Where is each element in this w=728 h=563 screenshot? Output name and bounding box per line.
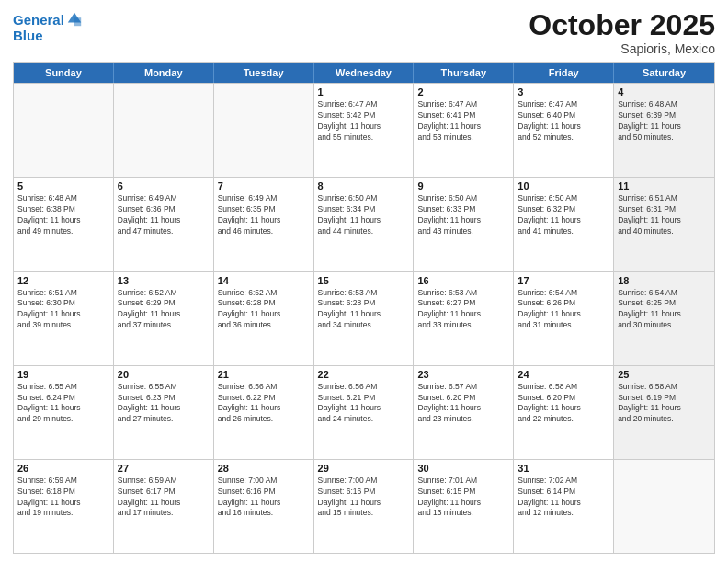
cal-cell: 13Sunrise: 6:52 AM Sunset: 6:29 PM Dayli… — [114, 272, 214, 365]
cal-cell — [14, 84, 114, 177]
cal-week-1: 1Sunrise: 6:47 AM Sunset: 6:42 PM Daylig… — [14, 83, 714, 177]
day-number: 17 — [518, 275, 609, 286]
cal-cell: 17Sunrise: 6:54 AM Sunset: 6:26 PM Dayli… — [514, 272, 614, 365]
day-info: Sunrise: 6:49 AM Sunset: 6:35 PM Dayligh… — [218, 193, 310, 237]
day-info: Sunrise: 6:56 AM Sunset: 6:22 PM Dayligh… — [218, 382, 310, 426]
cal-cell: 14Sunrise: 6:52 AM Sunset: 6:28 PM Dayli… — [214, 272, 314, 365]
cal-cell: 22Sunrise: 6:56 AM Sunset: 6:21 PM Dayli… — [314, 366, 415, 459]
cal-cell: 16Sunrise: 6:53 AM Sunset: 6:27 PM Dayli… — [414, 272, 514, 365]
cal-cell: 11Sunrise: 6:51 AM Sunset: 6:31 PM Dayli… — [614, 178, 714, 270]
day-info: Sunrise: 7:01 AM Sunset: 6:15 PM Dayligh… — [417, 476, 509, 520]
day-info: Sunrise: 6:50 AM Sunset: 6:33 PM Dayligh… — [417, 193, 509, 237]
day-info: Sunrise: 7:00 AM Sunset: 6:16 PM Dayligh… — [218, 476, 310, 520]
cal-cell: 30Sunrise: 7:01 AM Sunset: 6:15 PM Dayli… — [414, 460, 514, 553]
day-number: 27 — [118, 463, 210, 474]
cal-cell: 25Sunrise: 6:58 AM Sunset: 6:19 PM Dayli… — [614, 366, 714, 459]
header: General Blue October 2025 Sapioris, Mexi… — [13, 9, 715, 56]
day-number: 29 — [318, 463, 410, 474]
day-info: Sunrise: 6:47 AM Sunset: 6:41 PM Dayligh… — [417, 99, 509, 144]
day-number: 15 — [318, 275, 410, 286]
day-number: 16 — [417, 275, 509, 286]
cal-cell: 4Sunrise: 6:48 AM Sunset: 6:39 PM Daylig… — [614, 84, 714, 177]
day-number: 11 — [618, 180, 711, 191]
day-info: Sunrise: 6:50 AM Sunset: 6:32 PM Dayligh… — [518, 193, 609, 237]
cal-cell: 6Sunrise: 6:49 AM Sunset: 6:36 PM Daylig… — [114, 178, 214, 270]
cal-cell: 5Sunrise: 6:48 AM Sunset: 6:38 PM Daylig… — [14, 178, 114, 270]
cal-week-2: 5Sunrise: 6:48 AM Sunset: 6:38 PM Daylig… — [14, 177, 714, 270]
day-info: Sunrise: 6:59 AM Sunset: 6:18 PM Dayligh… — [17, 476, 109, 520]
day-number: 8 — [318, 180, 410, 191]
cal-cell: 2Sunrise: 6:47 AM Sunset: 6:41 PM Daylig… — [414, 84, 514, 177]
day-info: Sunrise: 7:02 AM Sunset: 6:14 PM Dayligh… — [518, 476, 609, 520]
main-title: October 2025 — [529, 9, 715, 41]
cal-cell: 9Sunrise: 6:50 AM Sunset: 6:33 PM Daylig… — [414, 178, 514, 270]
day-info: Sunrise: 6:57 AM Sunset: 6:20 PM Dayligh… — [417, 382, 509, 426]
cal-cell: 29Sunrise: 7:00 AM Sunset: 6:16 PM Dayli… — [314, 460, 415, 553]
day-number: 6 — [118, 180, 210, 191]
cal-cell: 3Sunrise: 6:47 AM Sunset: 6:40 PM Daylig… — [514, 84, 614, 177]
day-number: 26 — [17, 463, 109, 474]
cal-cell: 15Sunrise: 6:53 AM Sunset: 6:28 PM Dayli… — [314, 272, 415, 365]
calendar-body: 1Sunrise: 6:47 AM Sunset: 6:42 PM Daylig… — [14, 83, 714, 553]
day-number: 19 — [17, 369, 109, 380]
cal-header-sunday: Sunday — [14, 63, 114, 83]
logo-text: General — [13, 13, 64, 29]
cal-cell: 28Sunrise: 7:00 AM Sunset: 6:16 PM Dayli… — [214, 460, 314, 553]
cal-header-tuesday: Tuesday — [214, 63, 314, 83]
day-info: Sunrise: 6:53 AM Sunset: 6:28 PM Dayligh… — [318, 288, 410, 332]
cal-cell: 8Sunrise: 6:50 AM Sunset: 6:34 PM Daylig… — [314, 178, 415, 270]
day-number: 21 — [218, 369, 310, 380]
title-block: October 2025 Sapioris, Mexico — [529, 9, 715, 56]
cal-cell: 19Sunrise: 6:55 AM Sunset: 6:24 PM Dayli… — [14, 366, 114, 459]
cal-cell: 26Sunrise: 6:59 AM Sunset: 6:18 PM Dayli… — [14, 460, 114, 553]
day-info: Sunrise: 6:56 AM Sunset: 6:21 PM Dayligh… — [318, 382, 410, 426]
day-number: 30 — [417, 463, 509, 474]
cal-header-wednesday: Wednesday — [314, 63, 415, 83]
day-number: 23 — [417, 369, 509, 380]
day-info: Sunrise: 6:48 AM Sunset: 6:39 PM Dayligh… — [618, 99, 711, 144]
day-info: Sunrise: 6:54 AM Sunset: 6:25 PM Dayligh… — [618, 288, 711, 332]
day-number: 5 — [17, 180, 109, 191]
cal-cell: 20Sunrise: 6:55 AM Sunset: 6:23 PM Dayli… — [114, 366, 214, 459]
calendar-header: SundayMondayTuesdayWednesdayThursdayFrid… — [14, 63, 714, 83]
day-number: 18 — [618, 275, 711, 286]
cal-cell: 31Sunrise: 7:02 AM Sunset: 6:14 PM Dayli… — [514, 460, 614, 553]
day-number: 14 — [218, 275, 310, 286]
day-info: Sunrise: 6:51 AM Sunset: 6:31 PM Dayligh… — [618, 193, 711, 237]
day-number: 4 — [618, 86, 711, 98]
cal-cell — [214, 84, 314, 177]
cal-week-3: 12Sunrise: 6:51 AM Sunset: 6:30 PM Dayli… — [14, 271, 714, 365]
day-number: 24 — [518, 369, 609, 380]
day-info: Sunrise: 6:58 AM Sunset: 6:19 PM Dayligh… — [618, 382, 711, 426]
cal-cell: 1Sunrise: 6:47 AM Sunset: 6:42 PM Daylig… — [314, 84, 415, 177]
day-info: Sunrise: 6:59 AM Sunset: 6:17 PM Dayligh… — [118, 476, 210, 520]
day-info: Sunrise: 6:54 AM Sunset: 6:26 PM Dayligh… — [518, 288, 609, 332]
day-number: 10 — [518, 180, 609, 191]
cal-header-thursday: Thursday — [414, 63, 514, 83]
cal-cell: 23Sunrise: 6:57 AM Sunset: 6:20 PM Dayli… — [414, 366, 514, 459]
day-info: Sunrise: 6:48 AM Sunset: 6:38 PM Dayligh… — [17, 193, 109, 237]
day-number: 25 — [618, 369, 711, 380]
logo: General Blue — [13, 13, 83, 43]
day-info: Sunrise: 6:55 AM Sunset: 6:23 PM Dayligh… — [118, 382, 210, 426]
cal-cell: 18Sunrise: 6:54 AM Sunset: 6:25 PM Dayli… — [614, 272, 714, 365]
cal-week-4: 19Sunrise: 6:55 AM Sunset: 6:24 PM Dayli… — [14, 365, 714, 459]
cal-cell: 10Sunrise: 6:50 AM Sunset: 6:32 PM Dayli… — [514, 178, 614, 270]
day-info: Sunrise: 6:52 AM Sunset: 6:28 PM Dayligh… — [218, 288, 310, 332]
day-info: Sunrise: 7:00 AM Sunset: 6:16 PM Dayligh… — [318, 476, 410, 520]
day-number: 3 — [518, 86, 609, 98]
cal-header-saturday: Saturday — [614, 63, 714, 83]
cal-cell: 24Sunrise: 6:58 AM Sunset: 6:20 PM Dayli… — [514, 366, 614, 459]
logo-icon — [66, 11, 83, 28]
cal-header-monday: Monday — [114, 63, 214, 83]
day-number: 31 — [518, 463, 609, 474]
day-number: 7 — [218, 180, 310, 191]
day-number: 2 — [417, 86, 509, 98]
cal-cell: 21Sunrise: 6:56 AM Sunset: 6:22 PM Dayli… — [214, 366, 314, 459]
calendar: SundayMondayTuesdayWednesdayThursdayFrid… — [13, 62, 715, 554]
day-info: Sunrise: 6:52 AM Sunset: 6:29 PM Dayligh… — [118, 288, 210, 332]
logo-text2: Blue — [13, 29, 83, 44]
cal-week-5: 26Sunrise: 6:59 AM Sunset: 6:18 PM Dayli… — [14, 459, 714, 553]
cal-cell: 12Sunrise: 6:51 AM Sunset: 6:30 PM Dayli… — [14, 272, 114, 365]
day-info: Sunrise: 6:55 AM Sunset: 6:24 PM Dayligh… — [17, 382, 109, 426]
